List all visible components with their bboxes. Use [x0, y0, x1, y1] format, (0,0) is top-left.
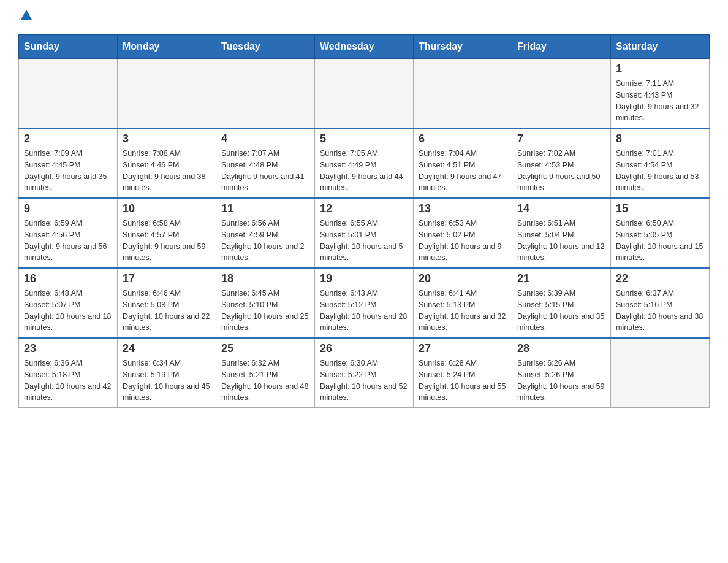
page-header: [18, 12, 710, 22]
day-info: Sunrise: 6:48 AM Sunset: 5:07 PM Dayligh…: [24, 288, 112, 334]
column-header-friday: Friday: [512, 35, 611, 59]
day-number: 7: [517, 132, 605, 145]
calendar-cell: 25Sunrise: 6:32 AM Sunset: 5:21 PM Dayli…: [216, 338, 315, 408]
day-info: Sunrise: 6:53 AM Sunset: 5:02 PM Dayligh…: [419, 218, 507, 264]
calendar-table: SundayMondayTuesdayWednesdayThursdayFrid…: [18, 34, 710, 408]
day-info: Sunrise: 6:46 AM Sunset: 5:08 PM Dayligh…: [123, 288, 211, 334]
calendar-cell: 8Sunrise: 7:01 AM Sunset: 4:54 PM Daylig…: [611, 128, 710, 198]
calendar-week-row: 2Sunrise: 7:09 AM Sunset: 4:45 PM Daylig…: [19, 128, 710, 198]
day-number: 10: [123, 202, 211, 215]
day-number: 28: [517, 342, 605, 355]
calendar-cell: [19, 59, 118, 129]
day-info: Sunrise: 7:04 AM Sunset: 4:51 PM Dayligh…: [419, 148, 507, 194]
day-number: 8: [616, 132, 704, 145]
calendar-cell: 5Sunrise: 7:05 AM Sunset: 4:49 PM Daylig…: [315, 128, 414, 198]
day-info: Sunrise: 6:34 AM Sunset: 5:19 PM Dayligh…: [123, 358, 211, 404]
day-number: 20: [419, 272, 507, 285]
day-number: 24: [123, 342, 211, 355]
day-number: 15: [616, 202, 704, 215]
calendar-week-row: 16Sunrise: 6:48 AM Sunset: 5:07 PM Dayli…: [19, 268, 710, 338]
day-number: 16: [24, 272, 112, 285]
logo-triangle-icon: [21, 10, 32, 20]
day-number: 2: [24, 132, 112, 145]
column-header-thursday: Thursday: [414, 35, 512, 59]
day-info: Sunrise: 7:09 AM Sunset: 4:45 PM Dayligh…: [24, 148, 112, 194]
calendar-cell: [315, 59, 414, 129]
calendar-cell: 1Sunrise: 7:11 AM Sunset: 4:43 PM Daylig…: [611, 59, 710, 129]
day-info: Sunrise: 7:11 AM Sunset: 4:43 PM Dayligh…: [616, 78, 704, 124]
calendar-header-row: SundayMondayTuesdayWednesdayThursdayFrid…: [19, 35, 710, 59]
day-number: 3: [123, 132, 211, 145]
day-info: Sunrise: 6:50 AM Sunset: 5:05 PM Dayligh…: [616, 218, 704, 264]
day-info: Sunrise: 7:07 AM Sunset: 4:48 PM Dayligh…: [221, 148, 309, 194]
calendar-week-row: 23Sunrise: 6:36 AM Sunset: 5:18 PM Dayli…: [19, 338, 710, 408]
day-info: Sunrise: 7:01 AM Sunset: 4:54 PM Dayligh…: [616, 148, 704, 194]
calendar-cell: 6Sunrise: 7:04 AM Sunset: 4:51 PM Daylig…: [414, 128, 512, 198]
day-number: 18: [221, 272, 309, 285]
calendar-cell: 15Sunrise: 6:50 AM Sunset: 5:05 PM Dayli…: [611, 198, 710, 268]
day-number: 4: [221, 132, 309, 145]
day-info: Sunrise: 6:56 AM Sunset: 4:59 PM Dayligh…: [221, 218, 309, 264]
day-info: Sunrise: 6:36 AM Sunset: 5:18 PM Dayligh…: [24, 358, 112, 404]
day-number: 27: [419, 342, 507, 355]
column-header-sunday: Sunday: [19, 35, 118, 59]
day-info: Sunrise: 6:39 AM Sunset: 5:15 PM Dayligh…: [517, 288, 605, 334]
logo: [18, 12, 32, 22]
calendar-cell: 13Sunrise: 6:53 AM Sunset: 5:02 PM Dayli…: [414, 198, 512, 268]
day-number: 19: [320, 272, 408, 285]
calendar-cell: 17Sunrise: 6:46 AM Sunset: 5:08 PM Dayli…: [118, 268, 216, 338]
day-info: Sunrise: 6:37 AM Sunset: 5:16 PM Dayligh…: [616, 288, 704, 334]
calendar-cell: 14Sunrise: 6:51 AM Sunset: 5:04 PM Dayli…: [512, 198, 611, 268]
calendar-cell: [216, 59, 315, 129]
day-info: Sunrise: 6:41 AM Sunset: 5:13 PM Dayligh…: [419, 288, 507, 334]
calendar-cell: 22Sunrise: 6:37 AM Sunset: 5:16 PM Dayli…: [611, 268, 710, 338]
calendar-week-row: 9Sunrise: 6:59 AM Sunset: 4:56 PM Daylig…: [19, 198, 710, 268]
calendar-week-row: 1Sunrise: 7:11 AM Sunset: 4:43 PM Daylig…: [19, 59, 710, 129]
day-number: 14: [517, 202, 605, 215]
calendar-cell: 24Sunrise: 6:34 AM Sunset: 5:19 PM Dayli…: [118, 338, 216, 408]
day-info: Sunrise: 7:05 AM Sunset: 4:49 PM Dayligh…: [320, 148, 408, 194]
calendar-cell: 16Sunrise: 6:48 AM Sunset: 5:07 PM Dayli…: [19, 268, 118, 338]
day-info: Sunrise: 6:43 AM Sunset: 5:12 PM Dayligh…: [320, 288, 408, 334]
day-number: 5: [320, 132, 408, 145]
calendar-cell: 28Sunrise: 6:26 AM Sunset: 5:26 PM Dayli…: [512, 338, 611, 408]
calendar-cell: 23Sunrise: 6:36 AM Sunset: 5:18 PM Dayli…: [19, 338, 118, 408]
day-number: 1: [616, 63, 704, 75]
calendar-cell: 3Sunrise: 7:08 AM Sunset: 4:46 PM Daylig…: [118, 128, 216, 198]
calendar-cell: 27Sunrise: 6:28 AM Sunset: 5:24 PM Dayli…: [414, 338, 512, 408]
calendar-cell: 12Sunrise: 6:55 AM Sunset: 5:01 PM Dayli…: [315, 198, 414, 268]
calendar-cell: 2Sunrise: 7:09 AM Sunset: 4:45 PM Daylig…: [19, 128, 118, 198]
day-number: 11: [221, 202, 309, 215]
day-number: 13: [419, 202, 507, 215]
day-info: Sunrise: 6:51 AM Sunset: 5:04 PM Dayligh…: [517, 218, 605, 264]
calendar-cell: 18Sunrise: 6:45 AM Sunset: 5:10 PM Dayli…: [216, 268, 315, 338]
calendar-cell: 20Sunrise: 6:41 AM Sunset: 5:13 PM Dayli…: [414, 268, 512, 338]
day-number: 23: [24, 342, 112, 355]
calendar-cell: 21Sunrise: 6:39 AM Sunset: 5:15 PM Dayli…: [512, 268, 611, 338]
day-number: 12: [320, 202, 408, 215]
calendar-cell: 11Sunrise: 6:56 AM Sunset: 4:59 PM Dayli…: [216, 198, 315, 268]
day-info: Sunrise: 6:58 AM Sunset: 4:57 PM Dayligh…: [123, 218, 211, 264]
day-number: 21: [517, 272, 605, 285]
day-number: 9: [24, 202, 112, 215]
calendar-cell: 4Sunrise: 7:07 AM Sunset: 4:48 PM Daylig…: [216, 128, 315, 198]
calendar-cell: [414, 59, 512, 129]
day-info: Sunrise: 6:55 AM Sunset: 5:01 PM Dayligh…: [320, 218, 408, 264]
day-info: Sunrise: 6:26 AM Sunset: 5:26 PM Dayligh…: [517, 358, 605, 404]
calendar-cell: [611, 338, 710, 408]
day-info: Sunrise: 6:32 AM Sunset: 5:21 PM Dayligh…: [221, 358, 309, 404]
day-info: Sunrise: 6:30 AM Sunset: 5:22 PM Dayligh…: [320, 358, 408, 404]
column-header-tuesday: Tuesday: [216, 35, 315, 59]
calendar-cell: [118, 59, 216, 129]
day-number: 6: [419, 132, 507, 145]
calendar-cell: 7Sunrise: 7:02 AM Sunset: 4:53 PM Daylig…: [512, 128, 611, 198]
day-number: 25: [221, 342, 309, 355]
day-number: 26: [320, 342, 408, 355]
day-info: Sunrise: 6:45 AM Sunset: 5:10 PM Dayligh…: [221, 288, 309, 334]
day-info: Sunrise: 6:28 AM Sunset: 5:24 PM Dayligh…: [419, 358, 507, 404]
day-number: 22: [616, 272, 704, 285]
calendar-cell: 10Sunrise: 6:58 AM Sunset: 4:57 PM Dayli…: [118, 198, 216, 268]
calendar-cell: [512, 59, 611, 129]
column-header-wednesday: Wednesday: [315, 35, 414, 59]
day-info: Sunrise: 7:02 AM Sunset: 4:53 PM Dayligh…: [517, 148, 605, 194]
